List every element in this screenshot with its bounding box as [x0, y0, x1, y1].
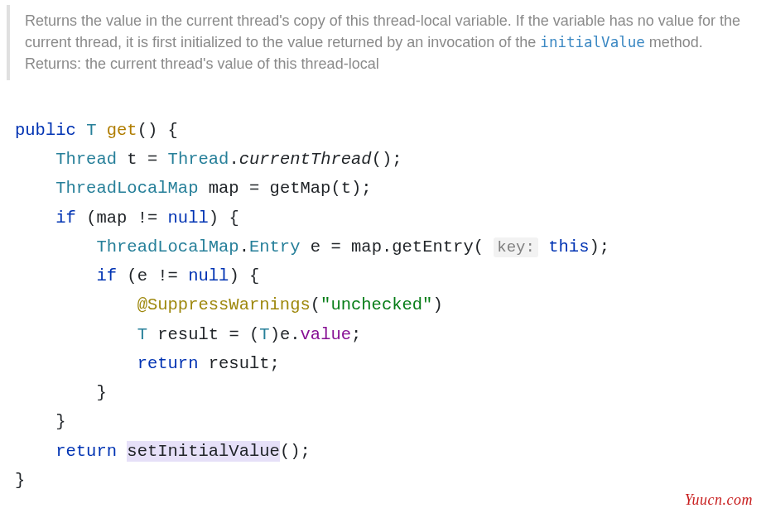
var-e-2: e: [280, 325, 290, 344]
code-block: public T get() { Thread t = Thread.curre…: [0, 80, 766, 496]
cond-open: (map !=: [86, 208, 167, 228]
parens-2: (): [372, 150, 393, 169]
code-line-10: }: [15, 383, 107, 402]
type-thread: Thread: [55, 150, 117, 169]
code-line-4: if (map != null) {: [15, 208, 239, 228]
annotation-suppresswarnings: @SuppressWarnings: [137, 295, 311, 314]
brace-close-1: }: [15, 471, 25, 490]
call-currentthread: currentThread: [239, 150, 372, 169]
eq-2: =: [249, 179, 259, 198]
brace-close-3: }: [96, 383, 106, 402]
paren-close: ): [589, 237, 599, 256]
paren-open: (: [474, 237, 484, 256]
dot-3: .: [382, 237, 392, 256]
keyword-return: return: [137, 354, 199, 373]
var-map-2: map: [351, 237, 382, 256]
paren-open-2: (: [311, 295, 320, 314]
code-line-13: }: [15, 471, 25, 490]
cast-open: (: [249, 325, 259, 344]
javadoc-returns: Returns: the current thread's value of t…: [25, 55, 379, 72]
code-line-12: return setInitialValue();: [15, 441, 311, 462]
javadoc-summary-2: method.: [645, 34, 703, 50]
code-line-5: ThreadLocalMap.Entry e = map.getEntry( k…: [15, 237, 609, 256]
watermark-text: Yuucn.com: [685, 491, 753, 509]
type-T-3: T: [259, 325, 269, 344]
semi-6: ;: [300, 442, 310, 461]
string-unchecked: "unchecked": [320, 295, 432, 314]
eq-3: =: [330, 237, 340, 256]
var-e: e: [311, 237, 320, 256]
code-line-1: public T get() {: [15, 121, 178, 140]
keyword-null: null: [168, 208, 209, 228]
code-line-9: return result;: [15, 354, 280, 373]
brace-open-2: {: [229, 208, 238, 228]
var-result: result: [157, 325, 219, 344]
dot-4: .: [290, 325, 300, 344]
javadoc-block: Returns the value in the current thread'…: [7, 5, 759, 80]
code-line-7: @SuppressWarnings("unchecked"): [15, 295, 443, 314]
parens: (): [137, 121, 158, 140]
brace-open-3: {: [249, 266, 259, 285]
keyword-if: if: [55, 208, 76, 228]
method-name-get: get: [107, 121, 137, 140]
keyword-this: this: [548, 237, 589, 256]
var-t: t: [127, 150, 137, 169]
type-thread-2: Thread: [168, 150, 229, 169]
inlay-hint-key: key:: [494, 237, 538, 257]
semi: ;: [392, 150, 402, 169]
parens-3: (): [280, 442, 301, 461]
keyword-if-2: if: [96, 266, 117, 285]
call-getmap: getMap: [270, 179, 331, 198]
code-line-6: if (e != null) {: [15, 266, 259, 285]
paren-close-2: ): [432, 295, 442, 314]
code-line-11: }: [15, 412, 66, 431]
code-line-8: T result = (T)e.value;: [15, 325, 361, 344]
cast-close: ): [270, 325, 280, 344]
eq-4: =: [229, 325, 238, 344]
call-getentry: getEntry: [392, 237, 473, 256]
type-T: T: [86, 121, 96, 140]
dot-2: .: [239, 237, 249, 256]
cond-close: ): [209, 208, 219, 228]
keyword-return-2: return: [55, 442, 117, 461]
type-tlmap: ThreadLocalMap: [55, 179, 198, 198]
semi-4: ;: [351, 325, 361, 344]
brace-close-2: }: [55, 412, 65, 431]
semi-3: ;: [600, 237, 609, 256]
brace-open: {: [168, 121, 178, 140]
type-T-2: T: [137, 325, 147, 344]
code-line-2: Thread t = Thread.currentThread();: [15, 150, 402, 169]
cond-close-2: ): [229, 266, 238, 285]
arg-t: (t): [330, 179, 361, 198]
keyword-null-2: null: [188, 266, 229, 285]
var-map: map: [209, 179, 239, 198]
dot: .: [229, 150, 238, 169]
field-value: value: [301, 325, 352, 344]
semi-5: ;: [270, 354, 280, 373]
type-entry: Entry: [249, 237, 301, 256]
code-line-3: ThreadLocalMap map = getMap(t);: [15, 179, 372, 198]
cond-open-2: (e !=: [127, 266, 188, 285]
call-setinitialvalue: setInitialValue: [127, 441, 280, 462]
semi-2: ;: [361, 179, 371, 198]
eq: =: [147, 150, 157, 169]
keyword-public: public: [15, 121, 76, 140]
var-result-2: result: [209, 354, 270, 373]
javadoc-link-initialvalue[interactable]: initialValue: [540, 34, 644, 50]
type-tlmap-2: ThreadLocalMap: [96, 237, 238, 256]
